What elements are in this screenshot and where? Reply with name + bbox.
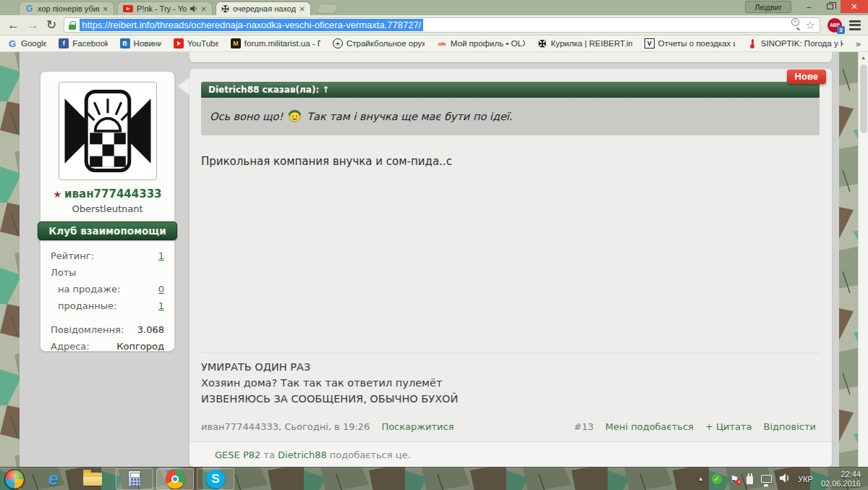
signature-line: УМИРАТЬ ОДИН РАЗ — [201, 359, 820, 375]
username-text: иван777444333 — [64, 187, 161, 200]
on-sale-link[interactable]: 0 — [158, 281, 164, 297]
internet-explorer-button[interactable]: e — [39, 468, 68, 490]
window-close-button[interactable]: ✕ — [841, 0, 868, 13]
bookmark-star-icon[interactable]: ☆ — [806, 20, 815, 30]
post-number-link[interactable]: #13 — [574, 421, 593, 432]
bookmark-label: YouTube — [187, 39, 218, 48]
back-icon[interactable]: ← — [7, 19, 20, 31]
action-center-alert-badge: ✕ — [736, 479, 742, 486]
calculator-icon — [128, 470, 141, 487]
likes-tail: подобається це. — [327, 449, 411, 460]
bookmarks-overflow-icon[interactable]: » — [856, 38, 861, 49]
zoom-icon[interactable] — [791, 20, 800, 30]
tab-youtube[interactable]: P!nk - Try - YouTube ✕ — [117, 1, 213, 15]
file-explorer-button[interactable] — [78, 468, 107, 490]
previous-post-edge — [190, 52, 832, 62]
new-tab-button[interactable] — [316, 4, 339, 14]
scrollbar[interactable]: ▲ — [858, 52, 868, 467]
reload-icon[interactable]: ↻ — [46, 19, 56, 31]
internet-explorer-icon: e — [48, 470, 59, 488]
start-button[interactable] — [0, 468, 29, 490]
scroll-up-icon[interactable]: ▲ — [859, 52, 868, 62]
bookmark-sinoptik[interactable]: SINOPTIK: Погода у Н — [747, 38, 843, 48]
address-value: Копгород — [116, 338, 164, 355]
bookmark-olx[interactable]: olxМой профиль • OLX — [437, 38, 525, 48]
usb-device-icon[interactable] — [746, 476, 753, 484]
rank-star-icon: ★ — [53, 189, 61, 200]
youtube-favicon — [123, 5, 133, 12]
taskbar: e S ▲ ✓ ⚑✕ УКР 22:44 02.06.2016 — [0, 467, 868, 490]
bookmark-label: Страйкбольное оруж — [346, 39, 425, 48]
stat-rating: Рейтинг: 1 — [51, 248, 164, 264]
club-banner[interactable]: Клуб взаимопомощи — [38, 221, 177, 240]
rating-link[interactable]: 1 — [158, 248, 164, 264]
clock-time: 22:44 — [821, 470, 861, 479]
author-and-date: иван777444333, Сьогодні, в 19:26 — [201, 421, 370, 432]
scrollbar-thumb[interactable] — [860, 64, 867, 133]
stat-label: на продаже: — [51, 281, 120, 297]
https-lock-icon[interactable] — [69, 21, 76, 30]
signature-line: Хозяин дома? Так так так ответил пулемёт — [201, 375, 820, 391]
news-icon: В — [120, 38, 130, 48]
iron-cross-icon: ✠ — [537, 38, 548, 48]
tab-reibert-active[interactable]: ✠ очередная находка. вещ ✕ — [216, 1, 311, 15]
address-bar[interactable]: https://reibert.info/threads/ocherednaja… — [64, 17, 820, 33]
network-icon[interactable] — [761, 475, 772, 483]
stat-label: проданные: — [51, 297, 116, 314]
chrome-menu-icon[interactable] — [849, 20, 861, 30]
url-text[interactable]: https://reibert.info/threads/ocherednaja… — [80, 19, 423, 31]
tab-close-icon[interactable]: ✕ — [201, 5, 207, 13]
skype-button[interactable]: S — [197, 468, 234, 490]
bookmark-youtube[interactable]: YouTube — [174, 38, 218, 48]
bookmark-reports[interactable]: VОтчеты о поездках и — [644, 38, 735, 48]
language-indicator[interactable]: УКР — [798, 475, 813, 483]
bookmark-news[interactable]: ВНовини — [120, 38, 161, 48]
bookmark-reibert[interactable]: ✠Курилка | REIBERT.inf — [537, 38, 632, 48]
bookmark-label: Курилка | REIBERT.inf — [551, 39, 632, 48]
report-link[interactable]: Поскаржитися — [381, 421, 454, 432]
stat-messages: Повідомлення: 3.068 — [51, 321, 164, 338]
youtube-icon — [174, 38, 184, 48]
avatar[interactable] — [59, 82, 157, 180]
restore-button[interactable] — [820, 0, 841, 13]
adblock-icon[interactable]: ABP 3 — [827, 18, 842, 33]
bookmark-label: forum.militarist.ua - П — [244, 39, 320, 48]
bookmark-facebook[interactable]: fFacebook — [59, 38, 107, 48]
chrome-button[interactable] — [156, 468, 194, 490]
tab-close-icon[interactable]: ✕ — [103, 5, 109, 13]
quote-header[interactable]: Dietrich88 сказав(ла): ↑ — [201, 82, 820, 98]
facebook-icon: f — [59, 38, 69, 48]
bookmark-label: Facebook — [72, 39, 107, 48]
tab-title: хор піонерів убив - Пои — [38, 4, 99, 13]
like-link[interactable]: Мені подобається — [605, 421, 694, 432]
minimize-button[interactable]: – — [799, 0, 820, 13]
quote-link[interactable]: + Цитата — [705, 421, 752, 432]
bookmark-airsoft[interactable]: +Страйкбольное оруж — [333, 38, 425, 48]
bookmark-label: Google — [21, 39, 46, 48]
chrome-profile-button[interactable]: Людвиг — [745, 1, 791, 13]
stat-on-sale: на продаже: 0 — [51, 281, 164, 297]
google-icon: G — [7, 38, 17, 48]
post-meta-row: иван777444333, Сьогодні, в 19:26 Поскарж… — [201, 421, 816, 432]
likes-separator: та — [260, 449, 278, 460]
v-icon: V — [644, 38, 655, 48]
liker-link[interactable]: Dietrich88 — [278, 449, 327, 460]
sold-link[interactable]: 1 — [158, 297, 164, 314]
volume-icon[interactable] — [780, 473, 790, 486]
bookmark-militarist[interactable]: Mforum.militarist.ua - П — [231, 38, 320, 48]
clock[interactable]: 22:44 02.06.2016 — [821, 470, 861, 489]
bookmark-google[interactable]: GGoogle — [7, 38, 46, 48]
tab-google-search[interactable]: G хор піонерів убив - Пои ✕ — [19, 1, 114, 15]
username[interactable]: ★иван777444333 — [41, 187, 174, 200]
liker-link[interactable]: GESE P82 — [215, 449, 260, 460]
user-info-card: ★иван777444333 Oberstleutnant Клуб взаим… — [40, 71, 175, 352]
reply-link[interactable]: Відповісти — [764, 421, 816, 432]
tab-title: очередная находка. вещ — [233, 4, 296, 13]
forum-post: Нове Dietrich88 сказав(ла): ↑ Ось воно щ… — [190, 69, 832, 467]
tab-close-icon[interactable]: ✕ — [299, 5, 305, 13]
antivirus-icon[interactable]: ✓ — [712, 474, 722, 484]
calculator-button[interactable] — [116, 468, 153, 490]
action-center-flag-icon[interactable]: ⚑✕ — [730, 474, 739, 484]
tray-expand-icon[interactable]: ▲ — [698, 476, 704, 482]
forward-icon[interactable]: → — [27, 19, 39, 31]
